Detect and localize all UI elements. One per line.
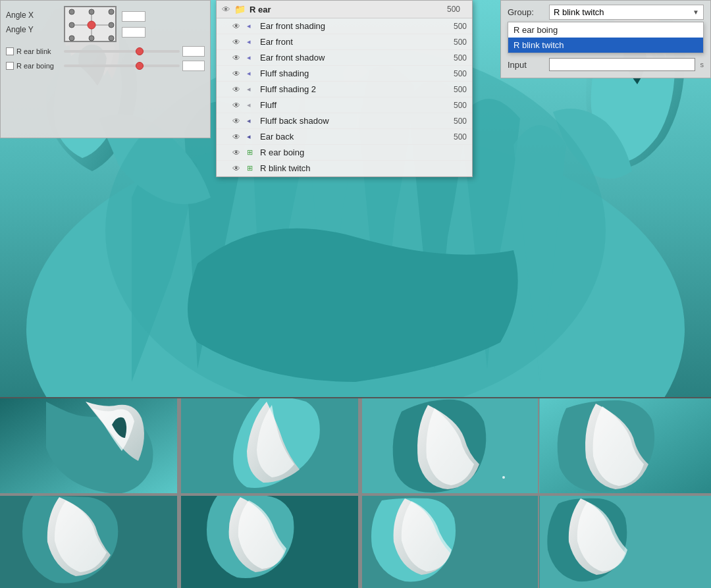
r-ear-boing-label: R ear boing	[16, 62, 61, 70]
angle-y-input[interactable]: 0.0	[122, 27, 145, 38]
folder-value: 500	[447, 5, 460, 14]
svg-point-6	[502, 476, 505, 479]
dropdown-option-0[interactable]: R ear boing	[508, 22, 703, 38]
r-ear-blink-label: R ear blink	[16, 47, 61, 55]
r-ear-blink-checkbox[interactable]	[6, 47, 14, 55]
layer-icon-6: ◂	[247, 117, 256, 125]
svg-point-24	[69, 36, 74, 41]
layer-icon-5: ◂	[247, 101, 256, 109]
layer-name-8: R ear boing	[260, 147, 440, 157]
angle-x-label: Angle X	[6, 11, 52, 20]
layer-item-7[interactable]: 👁 ◂ Ear back 500	[217, 129, 472, 145]
layer-icon-7: ◂	[247, 132, 256, 141]
svg-point-19	[89, 9, 94, 14]
layer-item-9[interactable]: 👁 ⊞ R blink twitch	[217, 161, 472, 176]
layer-val-6: 500	[444, 117, 467, 126]
r-ear-blink-value[interactable]: 0.0	[182, 46, 205, 57]
layer-name-5: Fluff	[260, 100, 440, 110]
r-ear-boing-track[interactable]	[64, 65, 180, 67]
input-field[interactable]	[549, 58, 695, 71]
layer-item-1[interactable]: 👁 ◂ Ear front 500	[217, 34, 472, 50]
layer-item-6[interactable]: 👁 ◂ Fluff back shadow 500	[217, 113, 472, 129]
group-icon-9: ⊞	[247, 164, 256, 173]
right-panel: Group: R blink twitch ▼ R ear boing R bl…	[500, 0, 711, 78]
layer-panel: 👁 📁 R ear 500 👁 ◂ Ear front shading 500 …	[216, 0, 473, 177]
eye-icon-5[interactable]: 👁	[232, 101, 243, 110]
svg-point-23	[109, 22, 114, 28]
r-ear-blink-track[interactable]	[64, 50, 180, 53]
r-ear-boing-value[interactable]: 0.0	[182, 61, 205, 71]
angle-x-row: Angle X	[6, 11, 59, 20]
layer-item-0[interactable]: 👁 ◂ Ear front shading 500	[217, 18, 472, 34]
eye-icon-2[interactable]: 👁	[232, 53, 243, 63]
layer-item-8[interactable]: 👁 ⊞ R ear boing	[217, 145, 472, 161]
layer-item-4[interactable]: 👁 ◂ Fluff shading 2 500	[217, 82, 472, 97]
svg-point-21	[69, 22, 74, 28]
bone-control-grid[interactable]	[65, 7, 118, 43]
layer-icon-3: ◂	[247, 69, 256, 78]
layer-name-9: R blink twitch	[260, 163, 440, 173]
angle-y-label: Angle Y	[6, 25, 52, 34]
group-row: Group: R blink twitch ▼	[508, 5, 704, 20]
layer-icon-1: ◂	[247, 38, 256, 46]
dropdown-arrow: ▼	[693, 9, 699, 16]
svg-point-20	[109, 9, 114, 14]
angle-y-row: Angle Y	[6, 25, 59, 34]
eye-icon-0[interactable]: 👁	[232, 22, 243, 31]
layer-folder-header[interactable]: 👁 📁 R ear 500	[217, 1, 472, 18]
layer-item-5[interactable]: 👁 ◂ Fluff 500	[217, 97, 472, 113]
layer-item-3[interactable]: 👁 ◂ Fluff shading 500	[217, 66, 472, 82]
dropdown-option-1[interactable]: R blink twitch	[508, 38, 703, 53]
group-dropdown[interactable]: R blink twitch ▼	[549, 5, 704, 20]
layer-name-3: Fluff shading	[260, 68, 440, 78]
layer-icon-2: ◂	[247, 53, 256, 62]
svg-point-25	[89, 36, 94, 41]
eye-icon-6[interactable]: 👁	[232, 117, 243, 126]
layer-name-4: Fluff shading 2	[260, 84, 440, 94]
layer-item-2[interactable]: 👁 ◂ Ear front shadow 500	[217, 50, 472, 66]
layer-val-7: 500	[444, 132, 467, 142]
layer-name-2: Ear front shadow	[260, 53, 440, 63]
folder-title: R ear	[250, 5, 443, 14]
angle-x-input[interactable]: 0.0	[122, 11, 145, 22]
eye-icon-3[interactable]: 👁	[232, 69, 243, 78]
layer-val-1: 500	[444, 38, 467, 47]
layer-val-2: 500	[444, 53, 467, 63]
layer-val-4: 500	[444, 85, 467, 94]
eye-icon-8[interactable]: 👁	[232, 148, 243, 157]
folder-icon: 📁	[234, 4, 246, 14]
svg-point-18	[69, 9, 74, 14]
layer-name-6: Fluff back shadow	[260, 116, 440, 126]
layer-val-5: 500	[444, 101, 467, 110]
input-label: Input	[508, 60, 544, 70]
svg-point-26	[109, 36, 114, 41]
eye-icon-7[interactable]: 👁	[232, 132, 243, 142]
dropdown-options: R ear boing R blink twitch	[508, 22, 704, 53]
input-row: Input s	[508, 58, 704, 71]
left-panel: Angle X Angle Y	[0, 0, 211, 138]
eye-icon-9[interactable]: 👁	[232, 164, 243, 173]
input-suffix: s	[700, 61, 704, 68]
layer-icon-4: ◂	[247, 85, 256, 94]
layer-name-0: Ear front shading	[260, 21, 440, 31]
layer-icon-0: ◂	[247, 22, 256, 30]
thumbnail-strip	[0, 397, 711, 588]
eye-icon-1[interactable]: 👁	[232, 38, 243, 47]
r-ear-boing-checkbox[interactable]	[6, 62, 14, 70]
layer-name-7: Ear back	[260, 132, 440, 142]
group-dropdown-value: R blink twitch	[554, 7, 604, 17]
thumbnails-svg	[0, 398, 711, 588]
eye-icon-folder[interactable]: 👁	[222, 5, 230, 14]
eye-icon-4[interactable]: 👁	[232, 85, 243, 94]
svg-point-22	[88, 21, 95, 29]
r-ear-blink-thumb[interactable]	[136, 47, 144, 55]
group-icon-8: ⊞	[247, 148, 256, 157]
group-label: Group:	[508, 7, 544, 17]
layer-val-0: 500	[444, 22, 467, 31]
layer-val-3: 500	[444, 69, 467, 78]
layer-name-1: Ear front	[260, 37, 440, 47]
r-ear-boing-thumb[interactable]	[136, 62, 144, 70]
